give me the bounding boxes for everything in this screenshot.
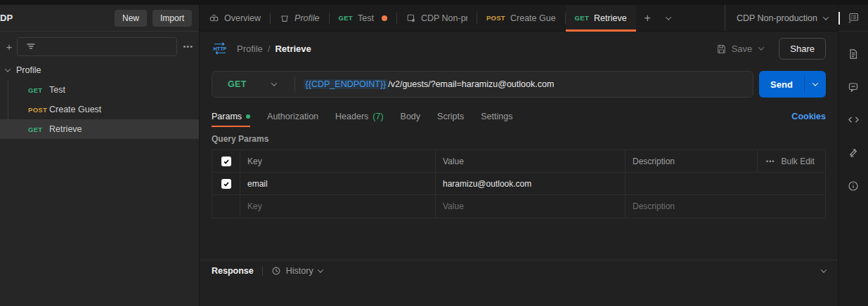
sidebar: DP New Import + ••• Profile bbox=[0, 5, 200, 306]
svg-text:HTTP: HTTP bbox=[214, 46, 227, 52]
environment-name: CDP Non-production bbox=[737, 13, 817, 23]
collection-tree: Profile GET Test POST Create Guest GET R… bbox=[0, 60, 199, 139]
method-chevron-icon[interactable] bbox=[272, 82, 276, 86]
related-requests-button[interactable] bbox=[838, 136, 868, 169]
sidebar-item-retrieve[interactable]: GET Retrieve bbox=[0, 119, 199, 139]
comments-button[interactable] bbox=[838, 70, 868, 103]
tab-label: Scripts bbox=[437, 112, 464, 121]
environment-icon bbox=[406, 13, 416, 23]
row-checkbox[interactable] bbox=[221, 179, 231, 189]
response-title: Response bbox=[212, 266, 254, 276]
url-input[interactable]: GET {{CDP_ENDPOINT}}/v2/guests/?email=ha… bbox=[212, 71, 753, 98]
tab-settings[interactable]: Settings bbox=[481, 106, 512, 127]
collapse-response-icon[interactable] bbox=[822, 269, 826, 273]
request-name: Test bbox=[49, 85, 65, 95]
environment-selector[interactable]: CDP Non-production bbox=[725, 5, 838, 31]
request-panel: HTTP Profile / Retrieve Save bbox=[200, 32, 838, 306]
param-key-field[interactable]: Key bbox=[240, 195, 436, 218]
tab-label: Profile bbox=[294, 13, 319, 23]
table-header-row: Key Value Description ••• Bulk Edit bbox=[212, 150, 825, 173]
tab-body[interactable]: Body bbox=[401, 106, 421, 127]
save-options-chevron[interactable] bbox=[759, 46, 763, 51]
method-badge: POST bbox=[486, 14, 505, 22]
breadcrumb-separator: / bbox=[268, 44, 271, 54]
url-text[interactable]: {{CDP_ENDPOINT}}/v2/guests/?email=harami… bbox=[304, 79, 555, 89]
send-button[interactable]: Send bbox=[759, 71, 826, 98]
history-icon bbox=[271, 266, 281, 276]
http-icon: HTTP bbox=[212, 42, 228, 55]
tab-test[interactable]: GET Test bbox=[330, 5, 396, 31]
more-options-icon[interactable]: ••• bbox=[183, 42, 193, 51]
tab-label: Create Gue bbox=[510, 13, 556, 23]
param-description-field[interactable]: Description bbox=[626, 195, 825, 218]
new-button[interactable]: New bbox=[115, 10, 147, 27]
method-badge: GET bbox=[339, 14, 353, 22]
sidebar-item-test[interactable]: GET Test bbox=[0, 80, 199, 100]
postman-window: DP New Import + ••• Profile bbox=[0, 0, 868, 306]
folder-icon bbox=[280, 13, 290, 23]
svg-text:x: x bbox=[848, 19, 850, 24]
tab-params[interactable]: Params bbox=[212, 106, 250, 127]
select-all-checkbox[interactable] bbox=[221, 157, 231, 166]
breadcrumb-request-name[interactable]: Retrieve bbox=[275, 44, 311, 54]
divider bbox=[262, 266, 263, 276]
comment-icon bbox=[848, 81, 859, 93]
breadcrumb-folder[interactable]: Profile bbox=[237, 44, 263, 54]
code-snippet-button[interactable] bbox=[838, 103, 868, 136]
tab-retrieve[interactable]: GET Retrieve bbox=[566, 5, 636, 31]
param-value-field[interactable]: Value bbox=[436, 195, 626, 218]
query-params-table: Key Value Description ••• Bulk Edit bbox=[212, 149, 826, 218]
tab-profile-folder[interactable]: Profile bbox=[271, 5, 328, 31]
tab-overview[interactable]: Overview bbox=[200, 5, 270, 31]
documentation-icon bbox=[848, 48, 859, 60]
param-key-field[interactable]: email bbox=[240, 173, 436, 194]
add-collection-icon[interactable]: + bbox=[3, 41, 15, 53]
breadcrumb-row: HTTP Profile / Retrieve Save bbox=[200, 32, 838, 65]
select-all-cell bbox=[212, 150, 240, 172]
table-row: email haramizu@outlook.com bbox=[212, 173, 825, 195]
request-tab-bar: Overview Profile GET Test bbox=[200, 5, 838, 32]
chevron-down-icon bbox=[5, 66, 11, 72]
folder-label: Profile bbox=[16, 65, 41, 75]
related-requests-icon bbox=[848, 147, 859, 159]
tab-label: Authorization bbox=[267, 112, 318, 121]
tab-label: Headers bbox=[335, 112, 368, 121]
documentation-button[interactable] bbox=[838, 37, 868, 70]
collection-folder-profile[interactable]: Profile bbox=[0, 60, 199, 80]
share-button[interactable]: Share bbox=[779, 38, 826, 60]
new-tab-button[interactable]: + bbox=[636, 5, 659, 31]
tab-cdp-non-production[interactable]: CDP Non-pro bbox=[397, 5, 477, 31]
sidebar-filter-input[interactable] bbox=[17, 37, 177, 56]
sidebar-toolbar: + ••• bbox=[0, 36, 199, 56]
tab-scripts[interactable]: Scripts bbox=[437, 106, 464, 127]
url-variable-token[interactable]: {{CDP_ENDPOINT}} bbox=[304, 79, 389, 89]
url-path[interactable]: /v2/guests/?email=haramizu@outlook.com bbox=[388, 79, 554, 89]
tab-label: Body bbox=[401, 112, 421, 121]
column-header-key: Key bbox=[240, 150, 436, 172]
params-active-dot bbox=[246, 114, 250, 119]
save-button[interactable]: Save bbox=[716, 44, 753, 54]
sidebar-item-create-guest[interactable]: POST Create Guest bbox=[0, 100, 199, 119]
method-badge: GET bbox=[28, 126, 49, 133]
tab-label: Overview bbox=[224, 13, 261, 23]
method-dropdown[interactable]: GET bbox=[212, 79, 247, 89]
request-name: Create Guest bbox=[49, 105, 101, 114]
table-new-row: Key Value Description bbox=[212, 195, 825, 218]
info-button[interactable] bbox=[838, 169, 868, 202]
tab-label: Params bbox=[212, 112, 242, 121]
param-description-field[interactable] bbox=[626, 173, 825, 194]
unsaved-changes-dot bbox=[382, 15, 387, 21]
import-button[interactable]: Import bbox=[153, 10, 192, 27]
send-options-chevron[interactable] bbox=[805, 71, 826, 98]
bulk-edit-button[interactable]: ••• Bulk Edit bbox=[758, 150, 825, 172]
tab-label: Test bbox=[358, 13, 374, 23]
tab-authorization[interactable]: Authorization bbox=[267, 106, 318, 127]
history-dropdown[interactable]: History bbox=[271, 266, 323, 276]
cookies-link[interactable]: Cookies bbox=[791, 112, 826, 121]
workspace-name[interactable]: DP bbox=[0, 13, 13, 23]
param-value-field[interactable]: haramizu@outlook.com bbox=[436, 173, 626, 194]
tab-options-chevron[interactable] bbox=[659, 5, 678, 31]
tab-create-guest[interactable]: POST Create Gue bbox=[477, 5, 565, 31]
tab-headers[interactable]: Headers (7) bbox=[335, 106, 384, 127]
environment-quicklook-button[interactable]: x bbox=[838, 5, 868, 32]
